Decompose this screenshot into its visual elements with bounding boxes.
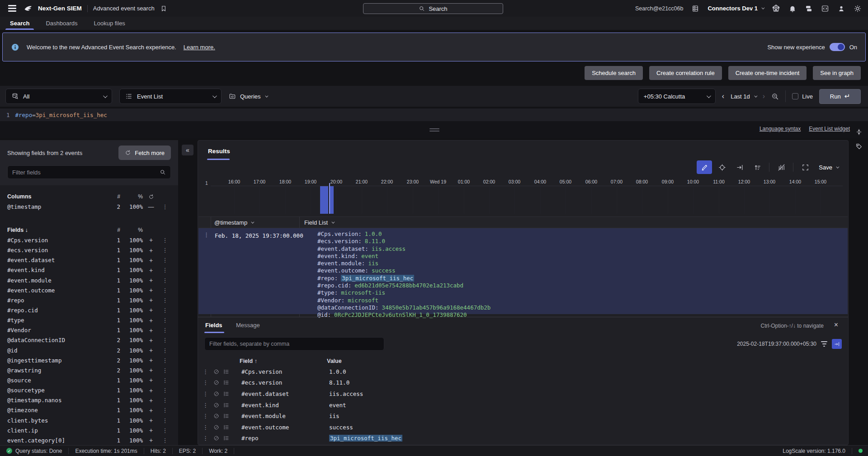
event-row-selected[interactable]: ⋮ Feb. 18, 2025 19:37:00.000 #Cps.versio…	[198, 228, 848, 314]
add-column-button[interactable]: +	[143, 306, 159, 314]
field-row[interactable]: #event.outcome 1 100% + ⋮	[7, 285, 171, 295]
fullscreen-button[interactable]	[797, 160, 813, 174]
field-menu-button[interactable]: ⋮	[159, 367, 171, 374]
collapse-sidebar-button[interactable]: «	[182, 145, 193, 155]
field-row[interactable]: @sourcetype 1 100% + ⋮	[7, 385, 171, 395]
row-menu-button[interactable]: ⋮	[203, 379, 213, 386]
user-icon[interactable]	[837, 5, 845, 13]
exclude-field-button[interactable]	[213, 369, 223, 375]
field-menu-button[interactable]: ⋮	[159, 357, 171, 364]
field-row[interactable]: @rawstring 2 100% + ⋮	[7, 365, 171, 375]
histogram-bar[interactable]	[320, 186, 328, 214]
remove-column-button[interactable]: —	[143, 203, 159, 210]
add-column-button[interactable]: +	[143, 357, 159, 364]
live-checkbox[interactable]	[792, 93, 798, 99]
learn-more-link[interactable]: Learn more.	[184, 44, 215, 51]
field-list-button[interactable]	[223, 391, 241, 397]
field-list-button[interactable]	[223, 424, 241, 430]
time-range-dropdown[interactable]: Last 1d	[731, 93, 756, 100]
field-menu-button[interactable]: ⋮	[159, 397, 171, 404]
hide-histogram-button[interactable]	[774, 160, 789, 174]
inspector-field-value[interactable]: success	[329, 424, 353, 431]
field-menu-button[interactable]: ⋮	[159, 417, 171, 424]
add-column-button[interactable]: +	[143, 337, 159, 344]
menu-icon[interactable]	[6, 3, 18, 14]
inspector-field-value[interactable]: 3pi_microsoft_iis_hec	[329, 435, 402, 442]
add-column-button[interactable]: +	[143, 347, 159, 354]
filter-icon[interactable]	[821, 341, 827, 346]
add-column-button[interactable]: +	[143, 407, 159, 414]
field-menu-button[interactable]: ⋮	[159, 287, 171, 294]
visualization-dropdown[interactable]: Event List	[119, 89, 222, 104]
action-button[interactable]: See in graph	[813, 66, 861, 80]
field-menu-button[interactable]: ⋮	[159, 277, 171, 284]
field-menu-button[interactable]: ⋮	[159, 247, 171, 254]
field-row[interactable]: @id 2 100% + ⋮	[7, 345, 171, 355]
field-row[interactable]: @source 1 100% + ⋮	[7, 375, 171, 385]
run-button[interactable]: Run ↵	[819, 89, 861, 104]
field-menu-button[interactable]: ⋮	[159, 327, 171, 334]
inspector-field-name[interactable]: #event.module	[241, 413, 329, 419]
add-column-button[interactable]: +	[143, 327, 159, 334]
inspector-field-value[interactable]: 1.0.0	[329, 368, 346, 375]
row-menu-button[interactable]: ⋮	[203, 402, 213, 409]
field-row[interactable]: #event.kind 1 100% + ⋮	[7, 265, 171, 275]
query-editor[interactable]: 1 #repo=3pi_microsoft_iis_hec	[0, 108, 868, 121]
add-column-button[interactable]: +	[143, 277, 159, 284]
new-experience-toggle[interactable]	[830, 43, 845, 51]
add-column-button[interactable]: +	[143, 437, 159, 444]
field-menu-button[interactable]: ⋮	[159, 437, 171, 444]
inspector-field-value[interactable]: iis	[329, 413, 340, 419]
tag-icon[interactable]	[855, 143, 863, 150]
zoom-out-icon[interactable]	[771, 93, 779, 100]
close-inspector-button[interactable]: ×	[831, 320, 841, 330]
field-menu-button[interactable]: ⋮	[159, 427, 171, 434]
row-menu-button[interactable]: ⋮	[203, 435, 213, 442]
exclude-field-button[interactable]	[213, 435, 223, 441]
field-row[interactable]: #type 1 100% + ⋮	[7, 315, 171, 325]
event-timeline[interactable]: 1 16:00 17:00 18:00 1	[203, 179, 843, 214]
add-column-button[interactable]: +	[143, 367, 159, 374]
field-list-button[interactable]	[223, 380, 241, 385]
add-column-button[interactable]: +	[143, 287, 159, 294]
histogram-bar[interactable]	[330, 186, 334, 214]
inspector-filter-input[interactable]	[209, 341, 379, 347]
row-menu-button[interactable]: ⋮	[203, 424, 213, 431]
notifications-bell-icon[interactable]	[788, 5, 797, 13]
row-menu-button[interactable]: ⋮	[203, 413, 213, 419]
nav-tab[interactable]: Lookup files	[85, 17, 133, 30]
event-field-value[interactable]: iis	[368, 260, 378, 267]
time-range-prev-button[interactable]: ‹	[722, 92, 724, 100]
add-column-button[interactable]: +	[143, 257, 159, 264]
field-list-button[interactable]	[223, 435, 241, 441]
field-menu-button[interactable]: ⋮	[159, 297, 171, 304]
time-range-next-button[interactable]: ›	[763, 92, 765, 100]
resize-handle[interactable]	[429, 128, 439, 132]
edit-annotate-button[interactable]	[697, 160, 712, 174]
tenant-selector[interactable]: Connectors Dev 1	[708, 5, 764, 12]
field-row[interactable]: event.category[0] 1 100% + ⋮	[7, 435, 171, 445]
event-field-value[interactable]: 3pi_microsoft_iis_hec	[341, 275, 414, 282]
inspector-field-name[interactable]: #Cps.version	[241, 368, 329, 375]
event-field-value[interactable]: ed6b21d05e754288bb4702e1a213cabd	[354, 282, 463, 289]
event-field-value[interactable]: microsoft	[348, 297, 378, 304]
scope-dropdown[interactable]: All	[5, 89, 112, 104]
fetch-more-button[interactable]: Fetch more	[118, 146, 171, 160]
inspector-field-name[interactable]: #event.outcome	[241, 424, 329, 431]
action-button[interactable]: Create correlation rule	[649, 66, 722, 80]
collapse-vertical-icon[interactable]	[855, 128, 863, 136]
event-menu-button[interactable]: ⋮	[203, 231, 209, 238]
live-toggle[interactable]: Live	[792, 93, 813, 100]
exclude-field-button[interactable]	[213, 424, 223, 430]
value-column-header[interactable]: Value	[327, 358, 342, 364]
server-icon[interactable]	[691, 5, 699, 13]
exclude-field-button[interactable]	[213, 391, 223, 397]
inspector-field-name[interactable]: #event.kind	[241, 402, 329, 409]
field-menu-button[interactable]: ⋮	[159, 237, 171, 244]
add-column-button[interactable]: +	[143, 376, 159, 384]
nav-tab[interactable]: Search	[2, 17, 38, 30]
field-row[interactable]: #event.module 1 100% + ⋮	[7, 275, 171, 285]
field-row[interactable]: #repo 1 100% + ⋮	[7, 295, 171, 305]
inspector-field-value[interactable]: iis.access	[329, 390, 363, 397]
field-menu-button[interactable]: ⋮	[159, 387, 171, 394]
